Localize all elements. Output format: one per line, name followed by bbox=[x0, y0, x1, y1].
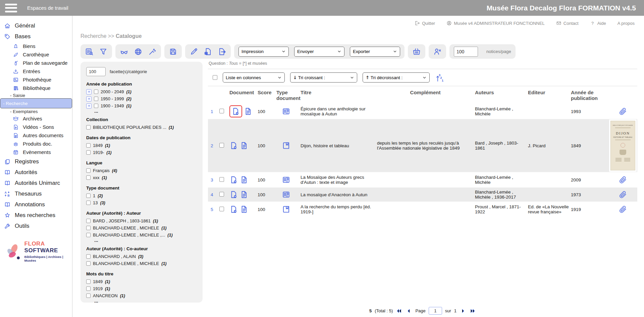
sidebar-item-autres-documents[interactable]: Autres documents bbox=[0, 131, 72, 140]
facet-option[interactable]: Français(4) bbox=[86, 167, 198, 174]
sidebar-item-videos-sons[interactable]: Vidéos - Sons bbox=[0, 123, 72, 131]
sidebar-item-carotheque[interactable]: Carothèque bbox=[0, 50, 72, 59]
record-number-link[interactable]: 3 bbox=[208, 177, 219, 182]
previous-page-button[interactable] bbox=[406, 308, 412, 314]
user-remove-button[interactable] bbox=[433, 47, 442, 56]
view-mode-select[interactable]: Liste en colonnes bbox=[223, 72, 285, 83]
web-button[interactable] bbox=[134, 47, 143, 56]
export-select[interactable]: Exporter bbox=[350, 47, 400, 57]
facet-checkbox[interactable] bbox=[94, 90, 98, 94]
basket-button[interactable] bbox=[412, 47, 421, 56]
facet-checkbox[interactable] bbox=[86, 194, 91, 198]
facet-option[interactable]: 1900 - 1949(1) bbox=[86, 102, 198, 109]
row-checkbox[interactable] bbox=[219, 207, 224, 211]
sidebar-item-produits-doc[interactable]: Produits doc. bbox=[0, 140, 72, 148]
document-view-icon[interactable] bbox=[240, 175, 249, 184]
multi-sort-button[interactable] bbox=[435, 73, 444, 82]
sidebar-item-recherche-selected[interactable]: - Recherche bbox=[0, 98, 72, 108]
send-select[interactable]: Envoyer bbox=[294, 47, 344, 57]
print-document-button[interactable] bbox=[204, 47, 212, 56]
notices-per-page-input[interactable] bbox=[454, 47, 478, 57]
save-button[interactable] bbox=[169, 47, 177, 56]
facet-count-input[interactable] bbox=[86, 67, 106, 76]
facet-checkbox[interactable] bbox=[86, 226, 91, 230]
paperclip-icon[interactable] bbox=[619, 107, 627, 115]
document-view-icon[interactable] bbox=[240, 141, 249, 150]
document-badge-icon[interactable] bbox=[229, 141, 238, 150]
facet-option[interactable]: 1(2) bbox=[86, 192, 198, 199]
facet-option[interactable]: 1849(1) bbox=[86, 278, 198, 285]
facet-more-link[interactable]: ... bbox=[86, 109, 198, 113]
document-view-icon[interactable] bbox=[244, 107, 253, 116]
sort-ascending-select[interactable]: ⇓ Tri croissant : bbox=[290, 72, 357, 83]
sidebar-item-mes-recherches[interactable]: Mes recherches bbox=[0, 210, 72, 221]
next-page-button[interactable] bbox=[460, 308, 466, 314]
facet-checkbox[interactable] bbox=[86, 233, 91, 237]
sidebar-item-archives[interactable]: Archives bbox=[0, 114, 72, 123]
facet-checkbox[interactable] bbox=[86, 125, 91, 129]
facet-option[interactable]: 1919(1) bbox=[86, 285, 198, 292]
record-number-link[interactable]: 4 bbox=[208, 192, 219, 197]
sidebar-item-exemplaires[interactable]: - Exemplaires bbox=[0, 108, 72, 114]
paperclip-icon[interactable] bbox=[619, 176, 627, 184]
facet-expand-button[interactable] bbox=[86, 89, 92, 95]
print-select[interactable]: Impression bbox=[238, 47, 289, 57]
hamburger-menu-icon[interactable] bbox=[5, 4, 17, 12]
sidebar-item-autorites-unimarc[interactable]: Autorités Unimarc bbox=[0, 178, 72, 189]
record-number-link[interactable]: 2 bbox=[208, 143, 219, 148]
edit-button[interactable] bbox=[190, 47, 198, 56]
workspaces-link[interactable]: Espaces de travail bbox=[27, 5, 68, 11]
page-number-input[interactable] bbox=[429, 307, 442, 315]
facet-option[interactable]: 2000 - 2049(1) bbox=[86, 88, 198, 95]
magic-wand-button[interactable] bbox=[148, 47, 157, 56]
facet-checkbox[interactable] bbox=[86, 279, 91, 284]
result-list-button[interactable] bbox=[85, 47, 94, 56]
record-number-link[interactable]: 1 bbox=[208, 109, 219, 114]
facet-checkbox[interactable] bbox=[86, 254, 91, 259]
facet-checkbox[interactable] bbox=[86, 294, 91, 298]
sidebar-item-autorites[interactable]: Autorités bbox=[0, 167, 72, 178]
facet-checkbox[interactable] bbox=[86, 286, 91, 291]
document-badge-icon[interactable] bbox=[231, 107, 240, 116]
row-checkbox[interactable] bbox=[219, 109, 224, 113]
sidebar-item-saisie[interactable]: - Saisie bbox=[0, 92, 72, 98]
sidebar-item-bases[interactable]: Bases bbox=[0, 31, 72, 42]
sidebar-item-thesaurus[interactable]: Thesaurus bbox=[0, 189, 72, 199]
sidebar-item-registres[interactable]: Registres bbox=[0, 156, 72, 167]
facet-option[interactable]: 13(3) bbox=[86, 199, 198, 206]
facet-checkbox[interactable] bbox=[86, 168, 91, 173]
sidebar-item-plan-sauvegarde[interactable]: Plan de sauvegarde bbox=[0, 59, 72, 67]
sidebar-item-phototheque[interactable]: Photothèque bbox=[0, 75, 72, 84]
facet-checkbox[interactable] bbox=[86, 150, 91, 155]
facet-option[interactable]: BIBLIOTHEQUE POPULAIRE DES ...(1) bbox=[86, 124, 198, 131]
sidebar-item-bibliotheque[interactable]: Bibliothèque bbox=[0, 84, 72, 92]
cover-thumbnail[interactable]: BIBLIOTHÈQUE POPULAIRE DIJON HISTOIRE ET… bbox=[610, 121, 635, 170]
sidebar-item-entrees[interactable]: Entrées bbox=[0, 67, 72, 75]
paperclip-icon[interactable] bbox=[619, 191, 627, 199]
export-document-button[interactable] bbox=[218, 47, 226, 56]
facet-option[interactable]: xxx(1) bbox=[86, 174, 198, 181]
sidebar-item-outils[interactable]: Outils bbox=[0, 221, 72, 231]
facet-option[interactable]: 1849(1) bbox=[86, 142, 198, 149]
breadcrumb-section[interactable]: Recherche bbox=[80, 33, 106, 39]
paperclip-icon[interactable] bbox=[619, 205, 627, 213]
facet-option[interactable]: BLANCHARD-LEMEE , MICHELE ,...(1) bbox=[86, 231, 198, 239]
select-all-checkbox[interactable] bbox=[213, 75, 217, 80]
sidebar-item-general[interactable]: Général bbox=[0, 20, 72, 31]
document-badge-icon[interactable] bbox=[229, 205, 238, 214]
facet-option[interactable]: 1919-(1) bbox=[86, 149, 198, 156]
sidebar-item-evenements[interactable]: Evènements bbox=[0, 148, 72, 156]
document-badge-icon[interactable] bbox=[229, 190, 238, 199]
facet-checkbox[interactable] bbox=[86, 261, 91, 266]
facet-option[interactable]: BARD , JOSEPH , 1803-1861(1) bbox=[86, 217, 198, 224]
document-view-icon[interactable] bbox=[240, 190, 249, 199]
facet-checkbox[interactable] bbox=[94, 104, 98, 108]
row-checkbox[interactable] bbox=[219, 177, 224, 182]
last-page-button[interactable] bbox=[469, 308, 476, 314]
sidebar-item-annotations[interactable]: Annotations bbox=[0, 199, 72, 210]
document-view-icon[interactable] bbox=[240, 205, 249, 214]
facet-expand-button[interactable] bbox=[86, 103, 92, 109]
document-badge-icon[interactable] bbox=[229, 175, 238, 184]
facet-option[interactable]: BLANCHARD-LEMEE , MICHELE(1) bbox=[86, 260, 198, 267]
facet-option[interactable]: 1950 - 1999(2) bbox=[86, 95, 198, 102]
